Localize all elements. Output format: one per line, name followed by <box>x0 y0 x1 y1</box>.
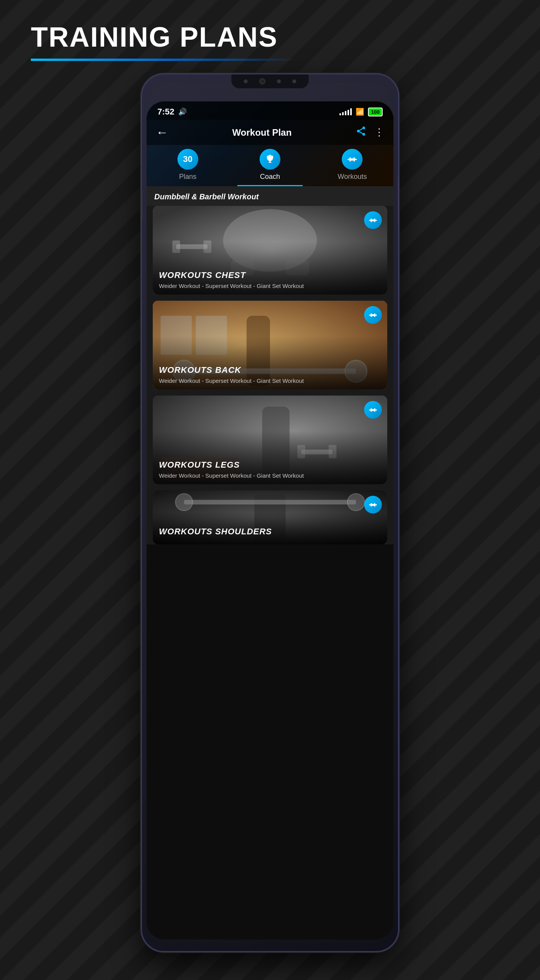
svg-rect-7 <box>348 159 350 160</box>
svg-rect-31 <box>369 315 371 316</box>
blue-accent-line <box>31 59 301 61</box>
plans-icon-number: 30 <box>183 154 192 164</box>
tab-plans-label: Plans <box>179 173 196 181</box>
volume-icon: 🔊 <box>178 108 187 116</box>
tab-workouts-label: Workouts <box>338 173 367 181</box>
card-title-shoulders: WORKOUTS SHOULDERS <box>159 527 381 537</box>
coach-tab-icon <box>260 149 280 170</box>
card-title-legs: WORKOUTS LEGS <box>159 460 381 470</box>
workout-card-back[interactable]: WORKOUTS BACK Weider Workout - Superset … <box>153 301 387 389</box>
svg-rect-8 <box>355 159 357 160</box>
svg-rect-45 <box>374 408 375 412</box>
app-actions: ⋮ <box>356 126 384 139</box>
power-button <box>398 175 399 225</box>
back-button[interactable]: ← <box>156 125 168 140</box>
svg-rect-22 <box>374 219 375 222</box>
svg-point-6 <box>271 157 272 159</box>
svg-rect-33 <box>371 313 372 317</box>
workouts-tab-icon <box>342 149 363 170</box>
status-time: 7:52 🔊 <box>157 107 187 117</box>
card-badge-shoulders <box>364 496 382 514</box>
svg-rect-46 <box>372 409 374 411</box>
svg-rect-42 <box>369 409 371 411</box>
signal-bar-4 <box>348 110 349 115</box>
svg-point-0 <box>362 126 365 129</box>
card-text-shoulders: WORKOUTS SHOULDERS <box>153 521 387 544</box>
card-text-legs: WORKOUTS LEGS Weider Workout - Superset … <box>153 455 387 484</box>
app-bar: ← Workout Plan ⋮ <box>147 120 393 145</box>
tab-workouts[interactable]: Workouts <box>311 149 393 186</box>
card-title-chest: WORKOUTS CHEST <box>159 270 381 280</box>
card-text-chest: WORKOUTS CHEST Weider Workout - Superset… <box>153 265 387 295</box>
phone-screen: 7:52 🔊 📶 100 ← Workout Plan <box>147 101 393 940</box>
wifi-icon: 📶 <box>356 108 364 116</box>
svg-rect-35 <box>372 314 374 316</box>
signal-indicator <box>339 108 352 115</box>
card-subtitle-chest: Weider Workout - Superset Workout - Gian… <box>159 283 381 289</box>
svg-rect-34 <box>374 313 375 317</box>
app-bar-title: Workout Plan <box>232 127 292 138</box>
signal-bar-1 <box>339 113 341 115</box>
svg-point-5 <box>268 157 270 159</box>
svg-rect-23 <box>372 219 374 221</box>
tab-plans[interactable]: 30 Plans <box>147 149 229 186</box>
svg-rect-53 <box>375 504 377 505</box>
svg-rect-52 <box>369 504 371 505</box>
svg-rect-56 <box>372 504 374 506</box>
svg-point-1 <box>357 130 359 133</box>
svg-rect-43 <box>375 409 377 411</box>
card-badge-chest <box>364 211 382 229</box>
svg-rect-11 <box>351 158 354 161</box>
volume-button <box>141 190 142 221</box>
workout-card-shoulders[interactable]: WORKOUTS SHOULDERS <box>153 490 387 544</box>
svg-rect-32 <box>375 315 377 316</box>
svg-line-3 <box>359 132 363 134</box>
plans-tab-icon: 30 <box>177 149 198 170</box>
card-subtitle-back: Weider Workout - Superset Workout - Gian… <box>159 377 381 384</box>
card-subtitle-legs: Weider Workout - Superset Workout - Gian… <box>159 472 381 479</box>
svg-rect-55 <box>374 503 375 507</box>
svg-rect-21 <box>371 219 372 222</box>
signal-bar-2 <box>342 112 344 115</box>
svg-point-2 <box>362 133 365 136</box>
signal-bar-5 <box>350 108 352 115</box>
svg-rect-44 <box>371 408 372 412</box>
notch-dot-1 <box>244 79 248 83</box>
tab-coach[interactable]: Coach <box>229 149 311 186</box>
svg-line-4 <box>359 129 363 131</box>
workout-card-legs[interactable]: WORKOUTS LEGS Weider Workout - Superset … <box>153 396 387 484</box>
workout-card-chest[interactable]: WORKOUTS CHEST Weider Workout - Superset… <box>153 206 387 295</box>
svg-rect-9 <box>349 157 351 162</box>
notch-dot-2 <box>277 79 281 83</box>
phone-frame: 7:52 🔊 📶 100 ← Workout Plan <box>141 73 399 952</box>
page-header: TRAINING PLANS <box>31 23 301 61</box>
share-button[interactable] <box>356 126 366 139</box>
status-right: 📶 100 <box>339 108 383 116</box>
section-title: Dumbbell & Barbell Workout <box>147 186 393 206</box>
tab-coach-label: Coach <box>260 173 280 181</box>
more-options-button[interactable]: ⋮ <box>374 126 384 138</box>
card-badge-back <box>364 306 382 324</box>
card-text-back: WORKOUTS BACK Weider Workout - Superset … <box>153 360 387 389</box>
svg-rect-19 <box>369 220 371 221</box>
phone-notch <box>231 74 309 88</box>
page-title: TRAINING PLANS <box>31 23 301 51</box>
svg-rect-54 <box>371 503 372 507</box>
battery-indicator: 100 <box>368 108 383 116</box>
tab-bar: 30 Plans Coach <box>147 145 393 186</box>
svg-rect-20 <box>375 220 377 221</box>
notch-dot-3 <box>292 79 296 83</box>
card-badge-legs <box>364 401 382 419</box>
time-display: 7:52 <box>157 107 174 117</box>
card-title-back: WORKOUTS BACK <box>159 365 381 375</box>
svg-rect-10 <box>354 157 355 162</box>
screen-content: Dumbbell & Barbell Workout <box>147 186 393 544</box>
front-camera <box>259 78 265 84</box>
status-bar: 7:52 🔊 📶 100 <box>147 101 393 120</box>
signal-bar-3 <box>345 111 346 115</box>
